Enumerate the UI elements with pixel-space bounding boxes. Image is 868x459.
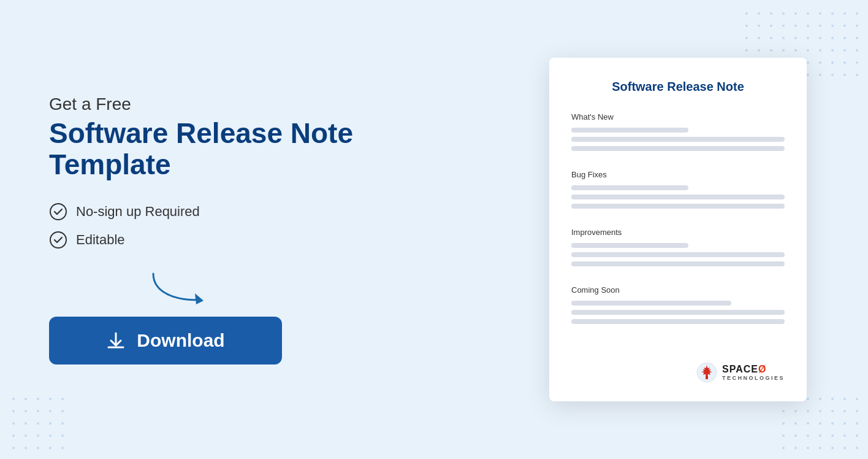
doc-section-improvements: Improvements [571, 228, 785, 271]
download-button[interactable]: Download [49, 317, 282, 364]
dot [758, 49, 760, 52]
dot [61, 447, 64, 449]
dot [843, 410, 846, 412]
dot [856, 37, 858, 39]
dot [770, 12, 772, 15]
dot [807, 398, 809, 400]
dot [770, 25, 772, 27]
doc-section-title-whats-new: What's New [571, 112, 785, 122]
dot [37, 398, 39, 400]
doc-line [571, 185, 688, 190]
doc-line [571, 252, 785, 257]
dot [843, 74, 846, 76]
doc-section-title-bug-fixes: Bug Fixes [571, 170, 785, 179]
dot [794, 37, 797, 39]
dot [831, 49, 834, 52]
dot [819, 398, 821, 400]
maple-leaf-icon [696, 362, 717, 383]
document-card: Software Release Note What's New Bug Fix… [549, 58, 807, 401]
dot [819, 422, 821, 425]
doc-line [571, 319, 785, 324]
dot [49, 422, 51, 425]
dot [37, 410, 39, 412]
subtitle: Get a Free [49, 94, 356, 114]
dot [856, 398, 858, 400]
dot [843, 447, 846, 449]
dot [61, 410, 64, 412]
dot [831, 398, 834, 400]
dot [819, 74, 821, 76]
dot [12, 410, 15, 412]
dot [782, 25, 785, 27]
right-section: Software Release Note What's New Bug Fix… [549, 58, 807, 401]
dot [819, 37, 821, 39]
dot [807, 12, 809, 15]
dot [782, 422, 785, 425]
dot [843, 37, 846, 39]
dot [37, 434, 39, 437]
dot [819, 49, 821, 52]
dot [819, 12, 821, 15]
doc-line [571, 204, 785, 209]
logo-space-text: SPACE [722, 364, 758, 374]
dot [12, 447, 15, 449]
dot [782, 434, 785, 437]
dot [49, 434, 51, 437]
dot [856, 61, 858, 64]
dot [61, 434, 64, 437]
svg-rect-4 [706, 376, 708, 379]
dot [25, 398, 27, 400]
dot [782, 49, 785, 52]
doc-line [571, 146, 785, 151]
dot [856, 447, 858, 449]
feature-editable-text: Editable [76, 232, 125, 248]
dot [12, 434, 15, 437]
dot [807, 74, 809, 76]
main-title-line2: Template [49, 148, 171, 180]
logo-o-text: Ø [758, 364, 766, 374]
dot [856, 422, 858, 425]
dot [37, 447, 39, 449]
check-icon-no-signup [49, 202, 67, 221]
company-logo: SPACEØ Technologies [571, 352, 785, 383]
svg-marker-2 [195, 293, 204, 304]
dot [25, 434, 27, 437]
main-title: Software Release Note Template [49, 118, 356, 180]
dot [807, 434, 809, 437]
logo-text: SPACEØ Technologies [722, 364, 785, 381]
main-title-line1: Software Release Note [49, 117, 353, 149]
dot [61, 422, 64, 425]
dot [856, 434, 858, 437]
main-container: Get a Free Software Release Note Templat… [0, 0, 868, 459]
dot [819, 61, 821, 64]
features-list: No-sign up Required Editable [49, 202, 356, 249]
dot [794, 410, 797, 412]
feature-no-signup-text: No-sign up Required [76, 204, 200, 220]
dot [843, 422, 846, 425]
doc-line [571, 128, 688, 133]
dot [843, 398, 846, 400]
doc-section-title-improvements: Improvements [571, 228, 785, 237]
dot [807, 25, 809, 27]
dot [758, 12, 760, 15]
feature-no-signup: No-sign up Required [49, 202, 356, 221]
dot [819, 447, 821, 449]
dot [782, 447, 785, 449]
dot [843, 434, 846, 437]
dot [807, 37, 809, 39]
dot [12, 422, 15, 425]
svg-point-1 [50, 232, 66, 248]
dot [843, 12, 846, 15]
logo-tagline: Technologies [722, 375, 785, 381]
dot [782, 12, 785, 15]
dot [770, 49, 772, 52]
dot [843, 25, 846, 27]
dot [831, 422, 834, 425]
dot [782, 37, 785, 39]
feature-editable: Editable [49, 231, 356, 249]
dot [856, 49, 858, 52]
doc-line [571, 243, 688, 248]
dot [794, 25, 797, 27]
dots-decoration-bottom-right [782, 398, 856, 447]
dot [831, 37, 834, 39]
